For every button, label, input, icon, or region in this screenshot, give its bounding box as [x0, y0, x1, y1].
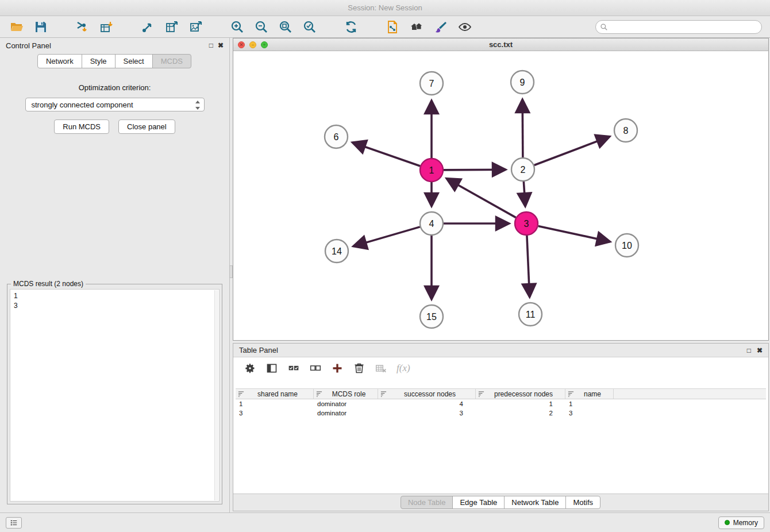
select-all-columns-button[interactable] [285, 360, 302, 377]
table-cell[interactable]: 1 [476, 399, 565, 408]
show-column-panel-button[interactable] [263, 360, 280, 377]
zoom-selected-button[interactable] [301, 18, 318, 36]
table-cell[interactable]: 3 [378, 408, 476, 418]
node-7[interactable]: 7 [420, 72, 443, 95]
float-table-panel-icon[interactable]: □ [747, 347, 751, 354]
search-icon [600, 23, 608, 31]
close-panel-icon[interactable]: ✖ [218, 42, 224, 49]
control-tab-select[interactable]: Select [115, 54, 153, 68]
table-tab-motifs[interactable]: Motifs [565, 496, 600, 509]
table-cell[interactable]: 3 [236, 408, 314, 418]
node-3[interactable]: 3 [515, 212, 538, 235]
node-8[interactable]: 8 [614, 119, 637, 142]
export-table-button[interactable] [163, 18, 180, 36]
node-9[interactable]: 9 [511, 71, 534, 94]
column-sort-icon[interactable] [316, 391, 322, 397]
grid-delete-icon [375, 363, 387, 374]
edge-1-6[interactable] [352, 142, 420, 166]
delete-column-button[interactable] [351, 360, 368, 377]
criterion-dropdown[interactable]: strongly connected component [25, 98, 205, 111]
close-window-icon[interactable]: ✕ [238, 41, 245, 48]
table-cell[interactable]: 3 [565, 408, 614, 418]
edge-1-2[interactable] [444, 169, 506, 170]
edge-2-8[interactable] [534, 137, 610, 165]
edge-2-9[interactable] [522, 99, 523, 157]
table-cell[interactable]: dominator [314, 408, 378, 418]
style-brush-button[interactable] [432, 18, 449, 36]
table-tab-network-table[interactable]: Network Table [504, 496, 566, 509]
maximize-window-icon[interactable]: + [261, 41, 268, 48]
show-panel-list-button[interactable] [6, 517, 22, 529]
function-builder-button[interactable]: f(x) [396, 363, 410, 374]
close-table-panel-icon[interactable]: ✖ [757, 347, 763, 354]
export-image-button[interactable] [187, 18, 205, 36]
column-header-predecessor-nodes[interactable]: predecessor nodes [476, 389, 565, 399]
mcds-result-area[interactable]: 13 [10, 289, 220, 502]
close-panel-button[interactable]: Close panel [118, 119, 175, 134]
control-tab-network[interactable]: Network [37, 54, 82, 68]
control-tab-style[interactable]: Style [82, 54, 116, 68]
table-row[interactable]: 3dominator323 [236, 408, 766, 418]
network-document-icon [386, 20, 399, 34]
column-sort-icon[interactable] [478, 391, 484, 397]
export-image-icon [189, 20, 203, 34]
network-document-button[interactable] [384, 18, 401, 36]
table-tab-node-table[interactable]: Node Table [401, 496, 453, 509]
node-11[interactable]: 11 [519, 303, 542, 326]
memory-button[interactable]: Memory [718, 516, 764, 529]
table-cell[interactable]: dominator [314, 399, 378, 408]
svg-text:3: 3 [524, 219, 529, 229]
table-cell[interactable]: 2 [476, 408, 565, 418]
unselect-all-columns-button[interactable] [307, 360, 324, 377]
control-tab-mcds[interactable]: MCDS [152, 54, 191, 68]
delete-table-button[interactable] [372, 360, 390, 377]
import-table-button[interactable] [98, 18, 115, 36]
column-header-shared-name[interactable]: shared name [236, 389, 314, 399]
node-15[interactable]: 15 [420, 305, 443, 328]
table-cell[interactable]: 1 [236, 399, 314, 408]
apply-layout-button[interactable] [342, 18, 360, 36]
import-network-icon [75, 20, 89, 34]
network-canvas[interactable]: 7968124314101511 [233, 51, 768, 340]
column-sort-icon[interactable] [238, 391, 244, 397]
network-window-titlebar[interactable]: ✕ − + scc.txt [233, 38, 768, 51]
table-settings-button[interactable] [241, 360, 259, 377]
node-6[interactable]: 6 [325, 125, 348, 148]
export-network-button[interactable] [139, 18, 156, 36]
column-header-successor-nodes[interactable]: successor nodes [378, 389, 476, 399]
save-session-button[interactable] [32, 18, 49, 36]
zoom-out-button[interactable] [253, 18, 270, 36]
node-10[interactable]: 10 [615, 234, 638, 257]
show-hide-button[interactable] [456, 18, 473, 36]
edge-2-3[interactable] [523, 182, 525, 206]
table-tab-edge-table[interactable]: Edge Table [452, 496, 505, 509]
edge-4-14[interactable] [353, 227, 420, 246]
create-column-button[interactable] [329, 360, 346, 377]
float-panel-icon[interactable]: □ [209, 42, 213, 49]
search-input[interactable] [595, 20, 762, 34]
open-session-button[interactable] [8, 18, 25, 36]
table-header-row: shared nameMCDS rolesuccessor nodesprede… [236, 388, 766, 399]
node-1[interactable]: 1 [420, 159, 443, 182]
table-row[interactable]: 1dominator411 [236, 399, 766, 408]
column-sort-icon[interactable] [568, 391, 574, 397]
svg-text:6: 6 [334, 132, 339, 142]
node-14[interactable]: 14 [325, 240, 348, 263]
minimize-window-icon[interactable]: − [249, 41, 256, 48]
first-neighbors-button[interactable] [408, 18, 425, 36]
table-cell[interactable]: 4 [378, 399, 476, 408]
node-4[interactable]: 4 [420, 212, 443, 235]
column-header-mcds-role[interactable]: MCDS role [314, 389, 378, 399]
table-cell[interactable]: 1 [565, 399, 614, 408]
column-sort-icon[interactable] [380, 391, 387, 397]
zoom-in-button[interactable] [229, 18, 246, 36]
zoom-fit-button[interactable] [277, 18, 294, 36]
run-mcds-button[interactable]: Run MCDS [54, 119, 109, 134]
column-header-name[interactable]: name [565, 389, 614, 399]
edge-3-1[interactable] [446, 179, 516, 218]
result-scrollbar[interactable] [214, 290, 218, 500]
edge-3-10[interactable] [538, 226, 610, 241]
import-network-button[interactable] [74, 18, 91, 36]
edge-3-11[interactable] [527, 236, 530, 297]
node-2[interactable]: 2 [511, 158, 534, 181]
